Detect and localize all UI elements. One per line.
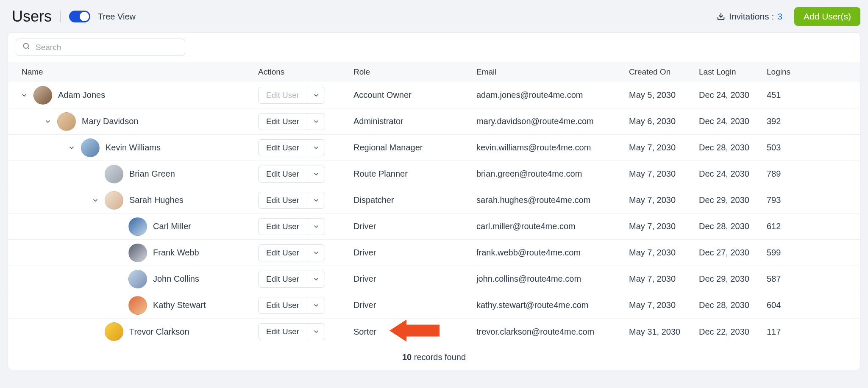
user-created: May 7, 2030	[629, 169, 676, 178]
user-role: Sorter	[353, 327, 376, 336]
col-email[interactable]: Email	[476, 62, 629, 82]
user-name: Kathy Stewart	[153, 300, 206, 310]
user-last-login: Dec 22, 2030	[699, 327, 749, 336]
user-created: May 31, 2030	[629, 327, 680, 336]
col-role[interactable]: Role	[353, 62, 476, 82]
edit-user-dropdown[interactable]	[307, 324, 325, 340]
table-head: Name Actions Role Email Created On Last …	[8, 62, 860, 82]
edit-user-dropdown[interactable]	[307, 87, 325, 103]
user-role: Dispatcher	[353, 195, 394, 205]
edit-user-button[interactable]: Edit User	[259, 324, 307, 340]
edit-user-button[interactable]: Edit User	[259, 140, 307, 156]
table-footer: 10 records found	[8, 345, 860, 370]
chevron-down-icon[interactable]	[68, 144, 75, 151]
avatar	[128, 217, 147, 236]
user-role: Driver	[353, 222, 376, 231]
user-email: john.collins@route4me.com	[476, 274, 581, 283]
user-email: kevin.williams@route4me.com	[476, 143, 591, 152]
user-email: frank.webb@route4me.com	[476, 248, 581, 257]
user-name: John Collins	[153, 274, 199, 284]
user-logins: 789	[767, 169, 781, 178]
user-email: mary.davidson@route4me.com	[476, 116, 594, 126]
user-last-login: Dec 28, 2030	[699, 143, 749, 152]
col-created[interactable]: Created On	[629, 62, 699, 82]
user-role: Account Owner	[353, 90, 412, 100]
user-name: Trevor Clarkson	[129, 327, 189, 337]
edit-user-dropdown[interactable]	[307, 219, 325, 235]
user-logins: 451	[767, 90, 781, 100]
search-input[interactable]	[35, 42, 179, 53]
edit-user-dropdown[interactable]	[307, 166, 325, 182]
user-last-login: Dec 24, 2030	[699, 116, 749, 126]
user-last-login: Dec 28, 2030	[699, 300, 749, 310]
table-row: Mary DavidsonEdit UserAdministratormary.…	[8, 108, 860, 135]
chevron-down-icon[interactable]	[21, 92, 28, 99]
edit-user-button[interactable]: Edit User	[259, 166, 307, 182]
table-body: Adam JonesEdit UserAccount Owneradam.jon…	[8, 82, 860, 345]
divider	[60, 11, 61, 22]
user-logins: 117	[767, 327, 781, 336]
col-last[interactable]: Last Login	[699, 62, 767, 82]
edit-user-button: Edit User	[259, 87, 307, 103]
user-created: May 7, 2030	[629, 195, 676, 205]
page-title: Users	[12, 8, 52, 25]
edit-user-dropdown[interactable]	[307, 114, 325, 130]
edit-user-dropdown[interactable]	[307, 140, 325, 156]
tree-view-label: Tree View	[98, 12, 136, 22]
col-actions: Actions	[258, 62, 353, 82]
avatar	[57, 112, 76, 131]
edit-user-button[interactable]: Edit User	[259, 114, 307, 130]
table-row: Trevor ClarksonEdit UserSortertrevor.cla…	[8, 319, 860, 345]
avatar	[81, 139, 100, 157]
avatar	[105, 191, 123, 210]
tree-view-toggle[interactable]	[69, 11, 90, 22]
chevron-down-icon[interactable]	[45, 118, 51, 125]
chevron-down-icon[interactable]	[92, 197, 99, 204]
user-created: May 7, 2030	[629, 143, 676, 152]
user-name: Brian Green	[129, 169, 175, 179]
user-created: May 7, 2030	[629, 248, 676, 257]
user-last-login: Dec 27, 2030	[699, 248, 749, 257]
user-last-login: Dec 28, 2030	[699, 222, 749, 231]
table-row: John CollinsEdit UserDriverjohn.collins@…	[8, 266, 860, 292]
user-logins: 503	[767, 143, 781, 152]
edit-user-dropdown[interactable]	[307, 271, 325, 287]
user-role: Route Planner	[353, 169, 408, 178]
add-user-button[interactable]: Add User(s)	[794, 7, 860, 26]
users-card: Name Actions Role Email Created On Last …	[8, 32, 860, 370]
user-name: Sarah Hughes	[129, 195, 184, 205]
edit-user-dropdown[interactable]	[307, 245, 325, 261]
edit-user-dropdown[interactable]	[307, 297, 325, 313]
invitations-icon	[716, 12, 726, 21]
edit-user-button[interactable]: Edit User	[259, 297, 307, 313]
user-logins: 793	[767, 195, 781, 205]
search-wrap	[16, 39, 185, 56]
col-logins[interactable]: Logins	[767, 62, 860, 82]
edit-user-button[interactable]: Edit User	[259, 271, 307, 287]
user-logins: 612	[767, 222, 781, 231]
table-row: Adam JonesEdit UserAccount Owneradam.jon…	[8, 82, 860, 108]
record-suffix: records found	[412, 352, 466, 362]
user-logins: 587	[767, 274, 781, 283]
user-role: Driver	[353, 300, 376, 310]
user-created: May 7, 2030	[629, 274, 676, 283]
user-email: kathy.stewart@route4me.com	[476, 300, 588, 310]
user-role: Driver	[353, 274, 376, 283]
invitations-link[interactable]: Invitations : 3	[716, 11, 782, 22]
avatar	[128, 244, 147, 262]
table-row: Frank WebbEdit UserDriverfrank.webb@rout…	[8, 240, 860, 266]
user-last-login: Dec 29, 2030	[699, 274, 749, 283]
edit-user-button[interactable]: Edit User	[259, 219, 307, 235]
user-name: Frank Webb	[153, 248, 199, 258]
search-icon	[22, 42, 31, 53]
avatar	[128, 296, 147, 315]
col-name[interactable]: Name	[8, 62, 258, 82]
edit-user-button[interactable]: Edit User	[259, 245, 307, 261]
edit-user-dropdown[interactable]	[307, 192, 325, 208]
invitations-label: Invitations :	[729, 11, 774, 22]
table-row: Brian GreenEdit UserRoute Plannerbrian.g…	[8, 161, 860, 187]
user-name: Kevin Williams	[106, 143, 161, 152]
avatar	[128, 270, 147, 288]
edit-user-button[interactable]: Edit User	[259, 192, 307, 208]
user-name: Adam Jones	[58, 90, 105, 100]
